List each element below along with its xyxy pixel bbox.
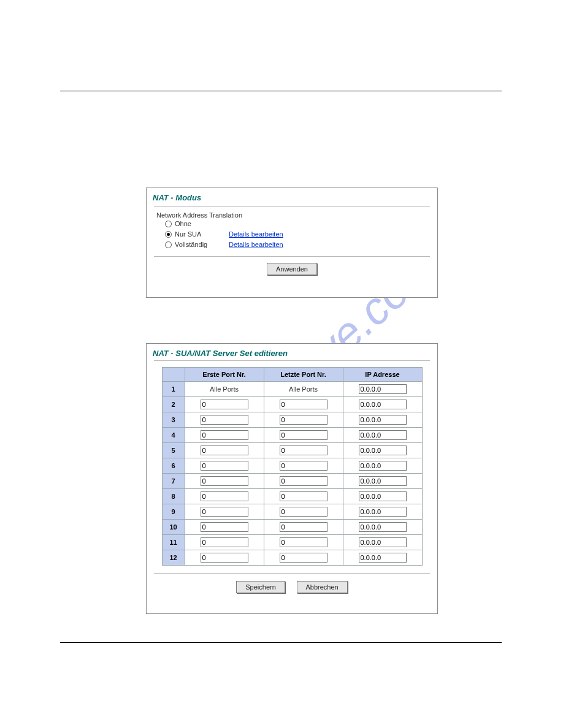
nat-option-label: Vollständig xyxy=(175,241,229,248)
nat-section-label: Network Address Translation xyxy=(154,211,430,219)
apply-button[interactable]: Anwenden xyxy=(267,263,317,275)
ip-cell xyxy=(343,458,422,474)
table-row: 1Alle PortsAlle Ports xyxy=(162,382,422,397)
ip-input[interactable] xyxy=(359,537,407,547)
table-row: 2 xyxy=(162,397,422,412)
first-port-input[interactable] xyxy=(201,537,248,547)
first-port-input[interactable] xyxy=(201,400,248,409)
ip-input[interactable] xyxy=(359,400,407,409)
row-index: 9 xyxy=(162,504,185,520)
th-last-port: Letzte Port Nr. xyxy=(264,368,343,382)
last-port-input[interactable] xyxy=(280,430,327,440)
table-row: 5 xyxy=(162,443,422,458)
ip-cell xyxy=(343,443,422,458)
last-port-cell xyxy=(264,489,343,504)
ip-input[interactable] xyxy=(359,415,407,425)
last-port-input[interactable] xyxy=(280,522,327,532)
last-port-input[interactable] xyxy=(280,491,327,501)
all-ports-label: Alle Ports xyxy=(289,385,318,393)
last-port-cell xyxy=(264,397,343,412)
table-row: 7 xyxy=(162,474,422,489)
radio-icon[interactable] xyxy=(165,231,172,238)
first-port-input[interactable] xyxy=(201,553,248,563)
ip-input[interactable] xyxy=(359,522,407,532)
last-port-cell xyxy=(264,550,343,566)
row-index: 1 xyxy=(162,382,185,397)
row-index: 8 xyxy=(162,489,185,504)
radio-icon[interactable] xyxy=(165,241,172,248)
first-port-input[interactable] xyxy=(201,415,248,425)
nat-option-vollstaendig[interactable]: Vollständig Details bearbeiten xyxy=(154,240,430,250)
nat-option-label: Ohne xyxy=(175,220,229,227)
ip-input[interactable] xyxy=(359,491,407,501)
table-header-row: Erste Port Nr. Letzte Port Nr. IP Adress… xyxy=(162,368,422,382)
last-port-input[interactable] xyxy=(280,537,327,547)
ip-input[interactable] xyxy=(359,430,407,440)
nat-option-label: Nur SUA xyxy=(175,230,229,238)
last-port-cell xyxy=(264,412,343,428)
table-row: 12 xyxy=(162,550,422,566)
ip-input[interactable] xyxy=(359,446,407,455)
first-port-cell xyxy=(185,397,264,412)
nat-modus-title: NAT - Modus xyxy=(147,188,437,205)
last-port-input[interactable] xyxy=(280,400,327,409)
last-port-cell xyxy=(264,520,343,535)
last-port-cell xyxy=(264,504,343,520)
row-index: 2 xyxy=(162,397,185,412)
ip-input[interactable] xyxy=(359,384,407,394)
details-link-full[interactable]: Details bearbeiten xyxy=(229,241,283,248)
save-button[interactable]: Speichern xyxy=(236,581,285,593)
first-port-cell xyxy=(185,474,264,489)
ip-cell xyxy=(343,412,422,428)
table-row: 8 xyxy=(162,489,422,504)
all-ports-label: Alle Ports xyxy=(210,385,239,393)
nat-option-nur-sua[interactable]: Nur SUA Details bearbeiten xyxy=(154,229,430,240)
table-row: 6 xyxy=(162,458,422,474)
th-ip: IP Adresse xyxy=(343,368,422,382)
row-index: 7 xyxy=(162,474,185,489)
row-index: 6 xyxy=(162,458,185,474)
th-first-port: Erste Port Nr. xyxy=(185,368,264,382)
table-row: 9 xyxy=(162,504,422,520)
last-port-input[interactable] xyxy=(280,553,327,563)
last-port-cell xyxy=(264,428,343,443)
ip-input[interactable] xyxy=(359,476,407,486)
first-port-cell: Alle Ports xyxy=(185,382,264,397)
ip-input[interactable] xyxy=(359,461,407,471)
radio-icon[interactable] xyxy=(165,221,172,227)
details-link-sua[interactable]: Details bearbeiten xyxy=(229,230,283,238)
last-port-input[interactable] xyxy=(280,476,327,486)
first-port-input[interactable] xyxy=(201,461,248,471)
ip-cell xyxy=(343,489,422,504)
last-port-cell xyxy=(264,458,343,474)
last-port-input[interactable] xyxy=(280,461,327,471)
ip-input[interactable] xyxy=(359,553,407,563)
ip-cell xyxy=(343,474,422,489)
first-port-input[interactable] xyxy=(201,446,248,455)
table-row: 4 xyxy=(162,428,422,443)
th-index xyxy=(162,368,185,382)
last-port-input[interactable] xyxy=(280,446,327,455)
ip-input[interactable] xyxy=(359,507,407,517)
nat-option-ohne[interactable]: Ohne xyxy=(154,219,430,229)
first-port-input[interactable] xyxy=(201,507,248,517)
last-port-input[interactable] xyxy=(280,415,327,425)
first-port-input[interactable] xyxy=(201,430,248,440)
first-port-cell xyxy=(185,489,264,504)
first-port-input[interactable] xyxy=(201,491,248,501)
row-index: 3 xyxy=(162,412,185,428)
cancel-button[interactable]: Abbrechen xyxy=(297,581,348,593)
server-set-panel: NAT - SUA/NAT Server Set editieren Erste… xyxy=(146,343,438,614)
ip-cell xyxy=(343,520,422,535)
last-port-input[interactable] xyxy=(280,507,327,517)
first-port-input[interactable] xyxy=(201,476,248,486)
ip-cell xyxy=(343,397,422,412)
nat-modus-panel: NAT - Modus Network Address Translation … xyxy=(146,188,438,298)
server-set-title: NAT - SUA/NAT Server Set editieren xyxy=(147,344,437,360)
row-index: 4 xyxy=(162,428,185,443)
first-port-input[interactable] xyxy=(201,522,248,532)
first-port-cell xyxy=(185,504,264,520)
last-port-cell xyxy=(264,474,343,489)
ip-cell xyxy=(343,382,422,397)
ip-cell xyxy=(343,504,422,520)
